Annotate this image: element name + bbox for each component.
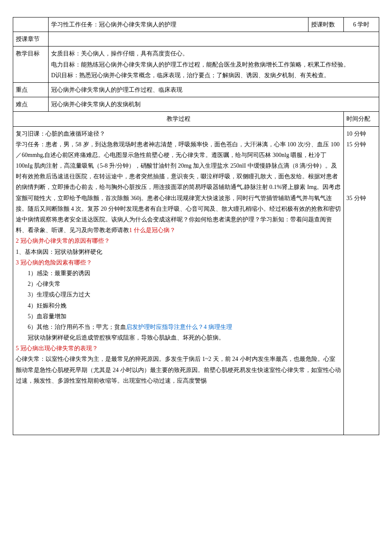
chapter-value-cell [49, 32, 379, 46]
question-1: 1 什么是冠心病？ [129, 227, 176, 233]
process-title-cell: 教学过程 [13, 112, 344, 126]
factor-1: 1）感染：最重要的诱因 [16, 268, 341, 279]
row1-empty [13, 17, 49, 32]
answer-5: 心律失常：以室性心律失常为主，是最常见的猝死原因。多发生于病后 1~2 天，前 … [16, 354, 341, 386]
time-2: 15 分钟 [346, 141, 366, 148]
goals-label-cell: 教学目标 [13, 46, 49, 83]
review-text: 心脏的血液循环途径？ [46, 131, 105, 137]
factor-4: 4）妊娠和分娩 [16, 300, 341, 311]
difficulty-label-cell: 难点 [13, 97, 49, 112]
factor-5: 5）血容量增加 [16, 311, 341, 322]
process-body-cell: 复习旧课：心脏的血液循环途径？ 学习任务：患者，男，58 岁，到达急救现场时患者… [13, 126, 344, 435]
question-2: 2 冠心病并心律失常的原因有哪些？ [16, 235, 341, 246]
time-column-cell: 10 分钟 15 分钟 35 分钟 [344, 126, 379, 435]
keypoint-label-cell: 重点 [13, 82, 49, 97]
goal-line-3: D识目标：熟悉冠心病并心律失常概念，临床表现，治疗要点；了解病因、诱因、发病夕机… [51, 72, 330, 78]
time-col-label-cell: 时间分配 [344, 112, 379, 126]
factor-6-prefix: 6）其他：治疗用药不当；甲亢；贫血 [28, 324, 126, 330]
lesson-plan-table: 学习性工作任务：冠心病并心律失常病人的护理 授课时数 6 学时 授课章节 教学目… [13, 17, 379, 435]
task-label: 学习任务： [16, 141, 46, 148]
task-paragraph: 患者，男，58 岁，到达急救现场时患者神志清楚，呼吸频率快，面色苍白，大汗淋漓，… [16, 141, 341, 223]
goal-line-1: 女质目标：关心病人，操作仔细，具有高度责任心。 [51, 50, 188, 57]
keypoint-value-cell: 冠心病并心律失常病人的护理工作过程、临床表现 [49, 82, 379, 97]
new-label: 学习新知： [260, 216, 290, 223]
factor-3: 3）生理或心理压力过大 [16, 289, 341, 300]
review-label: 复习旧课： [16, 131, 46, 137]
time-3: 35 分钟 [346, 195, 366, 201]
question-3: 3 冠心病的危险因素有哪些？ [16, 257, 341, 268]
goals-value-cell: 女质目标：关心病人，操作仔细，具有高度责任心。 电力目标：能熟练冠心病并心律失常… [49, 46, 379, 83]
factor-6-blue: 启发护理时应指导注意什么？4 病理生理 [126, 324, 232, 330]
hours-label-cell: 授课时数 [308, 17, 344, 32]
time-1: 10 分钟 [346, 131, 366, 137]
hours-value-cell: 6 学时 [344, 17, 379, 32]
answer-2-text: 冠状动脉粥样硬化 [55, 249, 102, 255]
goal-line-2: 电力目标：能熟练冠心病并心律失常病人的护理工作过程，能配合医生及时抢救病增长工作… [51, 61, 349, 68]
question-5: 5 冠心病出现心律失常的表现？ [16, 343, 341, 354]
chapter-label-cell: 授课章节 [13, 32, 49, 46]
factor-2: 2）心律失常 [16, 279, 341, 289]
difficulty-value-cell: 冠心病并心律失常病人的发病机制 [49, 97, 379, 112]
factor-6-line2: 冠状动脉粥样硬化后造成管腔狭窄或阻塞，导致心肌缺血、坏死的心脏病。 [16, 332, 341, 343]
answer-2-label: 1、基本病因： [16, 249, 55, 255]
task-title-cell: 学习性工作任务：冠心病并心律失常病人的护理 [49, 17, 308, 32]
